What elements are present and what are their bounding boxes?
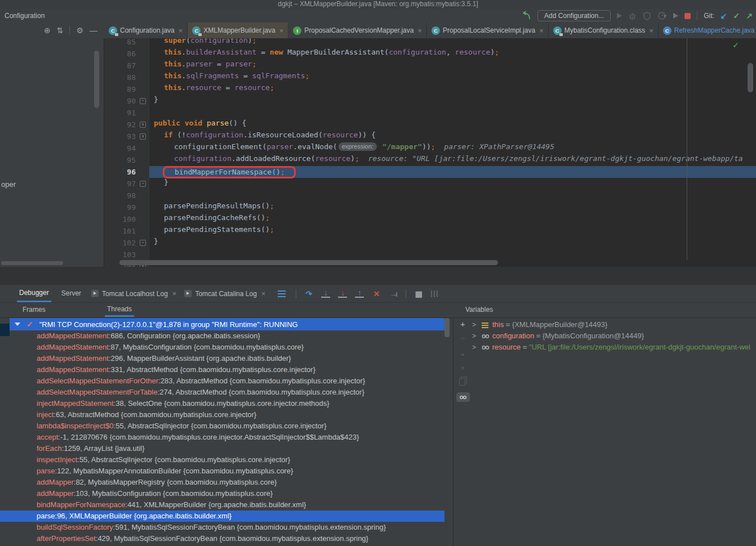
debug-icon[interactable] bbox=[628, 12, 637, 20]
close-icon[interactable]: × bbox=[261, 289, 266, 298]
gutter-line[interactable]: 93∨ bbox=[104, 131, 149, 142]
frame-row[interactable]: addMappedStatement:296, MapperBuilderAss… bbox=[0, 353, 444, 364]
tab-server[interactable]: Server bbox=[59, 285, 83, 302]
close-icon[interactable]: × bbox=[417, 26, 422, 35]
gutter-line[interactable]: 96 bbox=[104, 166, 149, 178]
tab-threads[interactable]: Threads bbox=[105, 303, 134, 317]
gutter-line[interactable]: 100 bbox=[104, 213, 149, 225]
collapse-all-icon[interactable]: ⇅ bbox=[57, 26, 64, 35]
fold-close-icon[interactable]: − bbox=[140, 240, 146, 246]
gutter-line[interactable]: 92∨ bbox=[104, 119, 149, 131]
tree-item-partial[interactable]: oper bbox=[1, 180, 16, 189]
fold-close-icon[interactable]: − bbox=[140, 181, 146, 187]
fold-open-icon[interactable]: ∨ bbox=[140, 133, 146, 140]
gutter-line[interactable]: 86 bbox=[104, 48, 149, 60]
chevron-down-icon[interactable] bbox=[15, 323, 20, 326]
run-icon[interactable] bbox=[617, 13, 622, 19]
gutter-line[interactable]: 88 bbox=[104, 71, 149, 83]
frame-row[interactable]: addMappedStatement:686, Configuration {o… bbox=[0, 330, 444, 342]
code-editor[interactable]: 858687888990−9192∨93∨94959697−9899100101… bbox=[104, 38, 756, 267]
gutter-line[interactable]: 91 bbox=[104, 107, 149, 119]
step-out-icon[interactable]: ↑ bbox=[355, 289, 364, 298]
add-configuration-button[interactable]: Add Configuration... bbox=[537, 10, 611, 21]
run-to-cursor-icon[interactable]: →I bbox=[389, 289, 398, 298]
tab-frames[interactable]: Frames bbox=[20, 303, 48, 317]
layout-settings-icon[interactable] bbox=[431, 290, 438, 297]
gutter-line[interactable]: 99 bbox=[104, 202, 149, 213]
move-down-icon[interactable]: ▼ bbox=[460, 364, 465, 373]
gutter-line[interactable]: 90− bbox=[104, 95, 149, 107]
editor-tab[interactable]: CMybatisConfiguration.class× bbox=[549, 23, 659, 38]
gutter-line[interactable]: 95 bbox=[104, 154, 149, 166]
frame-row[interactable]: addSelectMappedStatementForOther:283, Ab… bbox=[0, 375, 444, 387]
gutter-line[interactable]: 85 bbox=[104, 38, 149, 48]
frame-row[interactable]: bindMapperForNamespace:441, XMLMapperBui… bbox=[0, 499, 444, 511]
gutter-line[interactable]: 103 bbox=[104, 249, 149, 261]
fold-close-icon[interactable]: − bbox=[140, 98, 146, 104]
frame-row[interactable]: parse:96, XMLMapperBuilder {org.apache.i… bbox=[0, 511, 444, 522]
frame-row[interactable]: parse:122, MybatisMapperAnnotationBuilde… bbox=[0, 466, 444, 477]
close-icon[interactable]: × bbox=[279, 26, 284, 35]
frame-row[interactable]: forEach:1259, ArrayList {java.util} bbox=[0, 443, 444, 454]
gutter-line[interactable]: 94 bbox=[104, 142, 149, 154]
editor-vscrollbar[interactable] bbox=[748, 63, 753, 92]
step-over-icon[interactable]: ↷ bbox=[304, 289, 313, 298]
frame-row[interactable]: injectMappedStatement:38, SelectOne {com… bbox=[0, 398, 444, 409]
thread-selector[interactable]: ✓ "RMI TCP Connection(2)-127.0.0.1"@1,87… bbox=[10, 318, 444, 330]
show-watches-icon[interactable]: oo bbox=[456, 392, 470, 402]
git-commit-icon[interactable]: ✓ bbox=[733, 11, 740, 20]
gutter-line[interactable]: 102− bbox=[104, 237, 149, 249]
gutter-line[interactable]: 89 bbox=[104, 83, 149, 95]
variable-row[interactable]: >this = {XMLMapperBuilder@14493} bbox=[472, 319, 756, 330]
frame-row[interactable]: inject:63, AbstractMethod {com.baomidou.… bbox=[0, 409, 444, 420]
chevron-right-icon[interactable]: > bbox=[472, 342, 477, 353]
frame-row[interactable]: inspectInject:55, AbstractSqlInjector {c… bbox=[0, 454, 444, 466]
editor-code-area[interactable]: super(configuration);this.builderAssista… bbox=[149, 38, 756, 267]
close-icon[interactable]: × bbox=[649, 26, 653, 35]
gutter-line[interactable]: 98 bbox=[104, 190, 149, 202]
drop-frame-icon[interactable]: ✕ bbox=[372, 289, 381, 298]
fold-open-icon[interactable]: ∨ bbox=[140, 122, 146, 128]
close-icon[interactable]: × bbox=[172, 289, 177, 298]
git-push-icon[interactable]: ↗ bbox=[746, 11, 753, 20]
add-watch-icon[interactable]: + bbox=[460, 320, 465, 329]
step-into-icon[interactable]: ↓ bbox=[321, 289, 330, 298]
tab-debugger[interactable]: Debugger bbox=[17, 285, 51, 302]
tab-tomcat-catalina-log[interactable]: Tomcat Catalina Log × bbox=[184, 289, 265, 298]
left-panel-vscrollbar[interactable] bbox=[94, 51, 99, 108]
frames-vscrollbar[interactable] bbox=[444, 318, 450, 337]
inspection-ok-icon[interactable]: ✓ bbox=[732, 41, 739, 50]
variable-row[interactable]: >ooresource = "URL [jar:file:/Users/zeng… bbox=[472, 342, 756, 353]
locate-icon[interactable]: ⊕ bbox=[44, 26, 51, 35]
chevron-right-icon[interactable]: > bbox=[472, 330, 477, 342]
profiler-icon[interactable]: ▼ bbox=[657, 11, 667, 20]
variable-row[interactable]: >ooconfiguration = {MybatisConfiguration… bbox=[472, 330, 756, 342]
frame-row[interactable]: buildSqlSessionFactory:591, MybatisSqlSe… bbox=[0, 522, 444, 533]
editor-tab[interactable]: IProposalCachedVersionMapper.java× bbox=[288, 23, 427, 38]
editor-tab[interactable]: CXMLMapperBuilder.java× bbox=[188, 23, 288, 38]
chevron-right-icon[interactable]: > bbox=[472, 319, 477, 330]
menu-hamburger-icon[interactable] bbox=[278, 290, 286, 292]
move-up-icon[interactable]: ▲ bbox=[460, 350, 465, 359]
tab-tomcat-localhost-log[interactable]: Tomcat Localhost Log × bbox=[91, 289, 176, 298]
editor-tab[interactable]: CConfiguration.java× bbox=[104, 23, 188, 38]
frame-row[interactable]: addSelectMappedStatementForTable:274, Ab… bbox=[0, 387, 444, 398]
git-update-icon[interactable]: ↙ bbox=[721, 11, 727, 20]
settings-gear-icon[interactable]: ⚙ bbox=[76, 26, 83, 35]
close-icon[interactable]: × bbox=[179, 26, 183, 35]
editor-tab[interactable]: CRefreshMapperCache.java× bbox=[659, 23, 756, 38]
frame-row[interactable]: addMapper:103, MybatisConfiguration {com… bbox=[0, 488, 444, 499]
evaluate-table-icon[interactable]: ▦ bbox=[414, 289, 423, 298]
stop-icon[interactable] bbox=[684, 13, 691, 19]
duplicate-icon[interactable] bbox=[459, 378, 465, 386]
frame-row[interactable]: lambda$inspectInject$0:55, AbstractSqlIn… bbox=[0, 420, 444, 432]
frame-row[interactable]: addMappedStatement:87, MybatisConfigurat… bbox=[0, 342, 444, 353]
hide-panel-icon[interactable]: — bbox=[90, 26, 97, 35]
coverage-icon[interactable] bbox=[643, 12, 651, 20]
force-step-into-icon[interactable]: ↓ bbox=[338, 289, 347, 298]
frame-row[interactable]: accept:-1, 212870676 {com.baomidou.mybat… bbox=[0, 432, 444, 443]
editor-tab[interactable]: CProposalLocalServiceImpl.java× bbox=[427, 23, 549, 38]
editor-gutter[interactable]: 858687888990−9192∨93∨94959697−9899100101… bbox=[104, 38, 149, 267]
remove-watch-icon[interactable]: − bbox=[460, 334, 465, 343]
close-icon[interactable]: × bbox=[539, 26, 544, 35]
